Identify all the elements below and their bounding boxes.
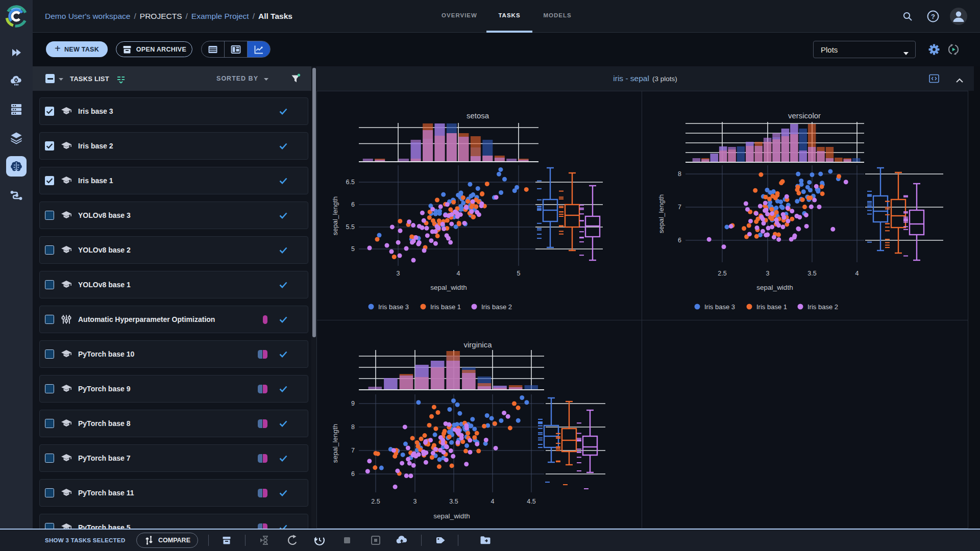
svg-text:2.5: 2.5 [718,270,726,277]
svg-text:4.5: 4.5 [527,498,535,505]
svg-text:3.5: 3.5 [449,498,458,505]
svg-text:5: 5 [351,245,355,253]
svg-text:8: 8 [351,423,355,431]
svg-text:5.5: 5.5 [346,223,355,231]
svg-text:3: 3 [413,498,417,505]
svg-text:4: 4 [491,498,495,505]
svg-text:5: 5 [517,270,521,277]
svg-text:Iris base 2: Iris base 2 [481,303,512,311]
svg-text:Iris base 2: Iris base 2 [807,303,838,311]
svg-text:Iris base 1: Iris base 1 [430,303,461,311]
svg-text:4: 4 [855,270,859,277]
svg-text:?: ? [931,13,935,20]
svg-text:Iris base 3: Iris base 3 [704,303,735,311]
svg-text:versicolor: versicolor [788,111,821,120]
svg-text:setosa: setosa [467,111,489,120]
svg-text:6: 6 [351,470,355,478]
svg-text:sepal_length: sepal_length [331,424,339,463]
svg-text:virginica: virginica [463,340,492,349]
svg-text:Iris base 3: Iris base 3 [378,303,409,311]
svg-text:sepal_length: sepal_length [657,194,665,234]
svg-text:6: 6 [678,237,681,244]
svg-text:sepal_width: sepal_width [430,284,467,291]
svg-text:8: 8 [678,170,681,178]
svg-text:3: 3 [397,270,400,277]
svg-text:sepal_width: sepal_width [756,284,793,291]
svg-text:Iris base 1: Iris base 1 [756,303,787,311]
svg-text:3: 3 [766,270,770,277]
svg-text:7: 7 [351,447,355,454]
svg-text:9: 9 [351,400,355,407]
svg-text:2.5: 2.5 [371,498,380,505]
svg-text:sepal_length: sepal_length [331,196,339,236]
svg-text:7: 7 [678,204,681,211]
svg-text:sepal_width: sepal_width [433,512,470,520]
svg-text:6.5: 6.5 [346,179,355,186]
svg-text:6: 6 [351,201,355,208]
svg-text:3.5: 3.5 [807,270,816,277]
svg-text:4: 4 [457,270,460,277]
